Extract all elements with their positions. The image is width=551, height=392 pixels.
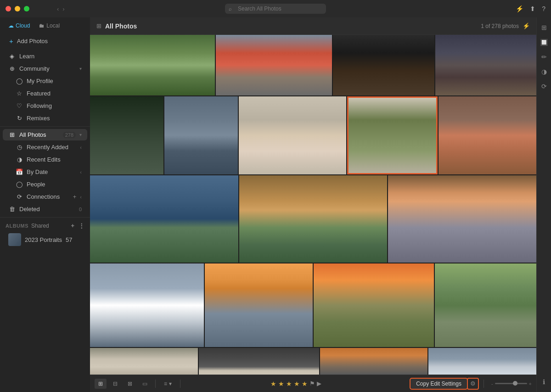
photo-cell[interactable]	[239, 96, 346, 174]
sidebar-divider-1	[0, 126, 90, 127]
photo-cell[interactable]	[90, 35, 215, 95]
main-content: ⊞ All Photos 1 of 278 photos ⚡	[90, 17, 536, 392]
photo-cell[interactable]	[90, 175, 238, 263]
photo-cell[interactable]	[216, 35, 332, 95]
zoom-out-icon[interactable]: -	[491, 381, 493, 386]
connections-add-icon[interactable]: +	[73, 193, 77, 200]
photo-cell[interactable]	[435, 35, 536, 95]
folder-icon: 🖿	[39, 22, 45, 29]
community-icon: ⊕	[8, 65, 16, 72]
back-arrow[interactable]: ‹	[57, 6, 59, 12]
following-label: Following	[27, 102, 82, 109]
fullscreen-button[interactable]	[24, 6, 29, 11]
photo-cell[interactable]	[428, 348, 536, 375]
sidebar-item-all-photos[interactable]: ⊞ All Photos 278 ▾	[3, 129, 87, 140]
connections-expand: ‹	[80, 194, 82, 200]
cloud-tab[interactable]: ☁ Cloud	[6, 21, 33, 30]
star-3[interactable]: ★	[286, 380, 292, 387]
photo-cell[interactable]	[439, 96, 536, 174]
panel-color-icon[interactable]: ◑	[538, 65, 551, 78]
share-icon[interactable]: ⬆	[530, 5, 535, 12]
photo-cell[interactable]	[90, 263, 204, 347]
reject-icon[interactable]: ▶	[317, 380, 321, 387]
sidebar-item-my-profile[interactable]: ◯ My Profile	[3, 75, 87, 87]
sidebar-item-learn[interactable]: ◈ Learn	[3, 50, 87, 62]
people-label: People	[27, 181, 82, 188]
sidebar-item-community[interactable]: ⊕ Community ▾	[3, 63, 87, 74]
panel-history-icon[interactable]: ⟳	[538, 80, 551, 93]
photo-cell[interactable]	[435, 263, 536, 347]
my-profile-label: My Profile	[27, 78, 82, 84]
content-header: ⊞ All Photos 1 of 278 photos ⚡	[90, 17, 536, 35]
community-expand-arrow: ▾	[79, 66, 82, 71]
view-grid-button[interactable]: ⊞	[95, 379, 107, 389]
sidebar-item-by-date[interactable]: 📅 By Date ‹	[3, 166, 87, 178]
photo-cell[interactable]	[199, 348, 319, 375]
photo-cell-selected[interactable]	[347, 96, 438, 174]
sidebar-item-remixes[interactable]: ↻ Remixes	[3, 112, 87, 124]
photo-cell[interactable]	[320, 348, 428, 375]
panel-edit-icon[interactable]: ✏	[538, 50, 551, 63]
recent-edits-icon: ◑	[16, 156, 23, 163]
star-1[interactable]: ★	[270, 380, 276, 387]
photo-cell[interactable]	[164, 96, 238, 174]
search-input[interactable]	[225, 4, 326, 14]
add-photos-button[interactable]: + Add Photos	[3, 34, 87, 48]
sidebar-divider-2	[0, 217, 90, 218]
sidebar-item-connections[interactable]: ⟳ Connections + ‹	[3, 191, 87, 202]
deleted-label: Deleted	[19, 206, 75, 213]
sidebar-item-recently-added[interactable]: ◷ Recently Added ‹	[3, 141, 87, 153]
copy-edit-label: Copy Edit Settings	[416, 381, 461, 387]
grid-row-2	[90, 96, 536, 174]
toolbar-divider-3	[484, 380, 484, 388]
flag-icon[interactable]: ⚑	[309, 380, 315, 387]
photo-cell[interactable]	[90, 348, 198, 375]
sort-button[interactable]: ≡ ▾	[160, 379, 175, 388]
album-item-2023-portraits[interactable]: 2023 Portraits 57	[3, 231, 87, 248]
albums-more-icon[interactable]: ⋮	[79, 222, 85, 229]
star-4[interactable]: ★	[294, 380, 300, 387]
zoom-in-icon[interactable]: +	[529, 381, 532, 386]
local-tab[interactable]: 🖿 Local	[36, 21, 62, 30]
album-count: 57	[66, 236, 72, 243]
view-filmstrip-button[interactable]: ▭	[139, 379, 151, 389]
sidebar: ☁ Cloud 🖿 Local + Add Photos ◈ Learn ⊕ C…	[0, 17, 90, 392]
filter-icon[interactable]: ⚡	[516, 5, 523, 12]
flag-icons: ⚑ ▶	[309, 380, 321, 387]
zoom-area: - +	[491, 381, 532, 386]
photo-cell[interactable]	[90, 96, 163, 174]
album-thumb-image	[8, 233, 21, 246]
header-filter-icon[interactable]: ⚡	[523, 22, 530, 29]
gear-button[interactable]: ⚙	[467, 378, 479, 390]
photo-count: 1 of 278 photos	[481, 23, 519, 29]
sidebar-item-recent-edits[interactable]: ◑ Recent Edits	[3, 154, 87, 165]
help-icon[interactable]: ?	[542, 5, 545, 12]
albums-header-actions: + ⋮	[71, 222, 84, 229]
photo-cell[interactable]	[333, 35, 434, 95]
minimize-button[interactable]	[15, 6, 20, 11]
panel-grid-icon[interactable]: ⊞	[538, 21, 551, 34]
sidebar-item-people[interactable]: ◯ People	[3, 179, 87, 190]
photo-cell[interactable]	[314, 263, 434, 347]
panel-info-icon[interactable]: ℹ	[538, 375, 551, 388]
forward-arrow[interactable]: ›	[62, 6, 64, 12]
sidebar-item-featured[interactable]: ☆ Featured	[3, 88, 87, 99]
copy-edit-settings-button[interactable]: Copy Edit Settings	[410, 378, 468, 390]
grid-row-4	[90, 263, 536, 347]
view-detail-button[interactable]: ⊟	[109, 379, 121, 389]
photo-cell[interactable]	[388, 175, 536, 263]
right-panel: ⊞ 🔲 ✏ ◑ ⟳ ℹ	[536, 17, 551, 392]
zoom-slider[interactable]	[495, 383, 527, 384]
panel-detail-icon[interactable]: 🔲	[538, 36, 551, 49]
add-album-icon[interactable]: +	[71, 222, 74, 229]
sidebar-item-following[interactable]: ♡ Following	[3, 100, 87, 112]
sidebar-item-deleted[interactable]: 🗑 Deleted 0	[3, 203, 87, 215]
star-5[interactable]: ★	[302, 380, 308, 387]
view-compare-button[interactable]: ⊠	[124, 379, 136, 389]
photo-cell[interactable]	[239, 175, 388, 263]
star-2[interactable]: ★	[278, 380, 284, 387]
photo-cell[interactable]	[205, 263, 313, 347]
close-button[interactable]	[6, 6, 11, 11]
zoom-thumb	[513, 381, 517, 386]
titlebar-right-icons: ⚡ ⬆ ?	[516, 5, 545, 12]
